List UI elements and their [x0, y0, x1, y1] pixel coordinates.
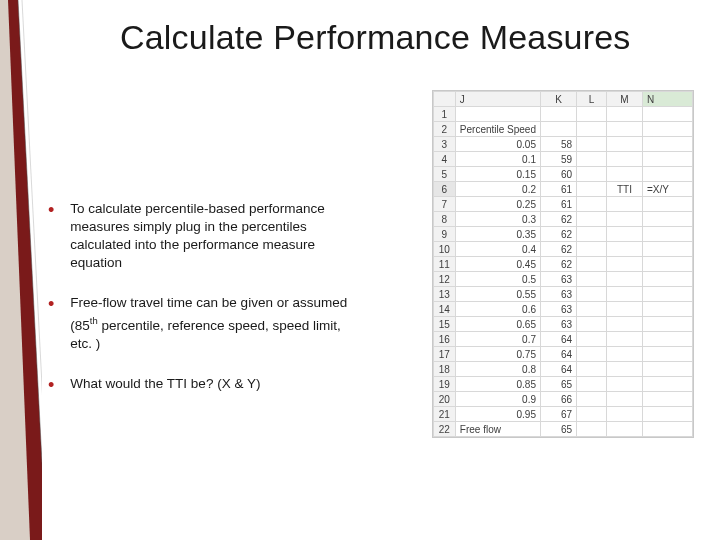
- cell: [607, 167, 643, 182]
- table-row: 22Free flow65: [433, 422, 692, 437]
- cell: 0.45: [455, 257, 540, 272]
- cell: [643, 212, 693, 227]
- table-row: 140.663: [433, 302, 692, 317]
- cell: [577, 302, 607, 317]
- cell: [607, 197, 643, 212]
- formula-cell: =X/Y: [643, 182, 693, 197]
- table-row: 40.159: [433, 152, 692, 167]
- cell: 0.75: [455, 347, 540, 362]
- col-header: M: [607, 92, 643, 107]
- cell: [643, 317, 693, 332]
- cell: [643, 407, 693, 422]
- cell: [643, 107, 693, 122]
- cell: [607, 317, 643, 332]
- cell: 64: [541, 347, 577, 362]
- cell: [643, 392, 693, 407]
- table-row: 60.261TTI=X/Y: [433, 182, 692, 197]
- cell: 0.55: [455, 287, 540, 302]
- bullet-text: To calculate percentile-based performanc…: [70, 200, 358, 272]
- row-header: 2: [433, 122, 455, 137]
- bullet-text: Free-flow travel time can be given or as…: [70, 294, 358, 353]
- cell: [577, 197, 607, 212]
- cell: [607, 392, 643, 407]
- spreadsheet-image: J K L M N 12Percentile Speed30.055840.15…: [432, 90, 694, 438]
- cell: 63: [541, 272, 577, 287]
- cell: [607, 152, 643, 167]
- cell: 0.15: [455, 167, 540, 182]
- cell: [643, 257, 693, 272]
- row-header: 20: [433, 392, 455, 407]
- row-header: 8: [433, 212, 455, 227]
- table-row: 100.462: [433, 242, 692, 257]
- cell: [607, 242, 643, 257]
- cell: Free flow: [455, 422, 540, 437]
- row-header: 13: [433, 287, 455, 302]
- bullet-icon: •: [48, 377, 54, 393]
- cell: [643, 272, 693, 287]
- cell: [577, 242, 607, 257]
- col-header: K: [541, 92, 577, 107]
- cell: 0.7: [455, 332, 540, 347]
- cell: [607, 272, 643, 287]
- cell: [607, 362, 643, 377]
- row-header: 12: [433, 272, 455, 287]
- cell: 58: [541, 137, 577, 152]
- cell: [607, 407, 643, 422]
- cell: 61: [541, 197, 577, 212]
- table-row: 2Percentile Speed: [433, 122, 692, 137]
- cell: [643, 242, 693, 257]
- column-header-row: J K L M N: [433, 92, 692, 107]
- cell: 62: [541, 257, 577, 272]
- cell: [577, 422, 607, 437]
- cell: 0.65: [455, 317, 540, 332]
- cell: [455, 107, 540, 122]
- cell: [607, 302, 643, 317]
- table-row: 1: [433, 107, 692, 122]
- cell: [577, 107, 607, 122]
- cell: 65: [541, 377, 577, 392]
- table-row: 160.764: [433, 332, 692, 347]
- cell: [607, 107, 643, 122]
- row-header: 16: [433, 332, 455, 347]
- cell: [541, 122, 577, 137]
- cell: [643, 422, 693, 437]
- bullet-item: • Free-flow travel time can be given or …: [48, 294, 358, 353]
- bullet-text: What would the TTI be? (X & Y): [70, 375, 358, 393]
- row-header: 5: [433, 167, 455, 182]
- cell: 64: [541, 332, 577, 347]
- row-header: 22: [433, 422, 455, 437]
- cell: 0.25: [455, 197, 540, 212]
- cell: 63: [541, 317, 577, 332]
- table-row: 30.0558: [433, 137, 692, 152]
- cell: [577, 407, 607, 422]
- bullet-item: • To calculate percentile-based performa…: [48, 200, 358, 272]
- cell: [577, 347, 607, 362]
- cell: [607, 227, 643, 242]
- cell: [607, 122, 643, 137]
- table-row: 90.3562: [433, 227, 692, 242]
- cell: [577, 152, 607, 167]
- bullet-icon: •: [48, 296, 54, 312]
- row-header: 15: [433, 317, 455, 332]
- cell: 64: [541, 362, 577, 377]
- cell: [607, 257, 643, 272]
- cell: 0.5: [455, 272, 540, 287]
- cell: [577, 167, 607, 182]
- cell: [577, 122, 607, 137]
- cell: [577, 377, 607, 392]
- cell: [643, 122, 693, 137]
- cell: 0.8: [455, 362, 540, 377]
- bullet-list: • To calculate percentile-based performa…: [48, 200, 358, 415]
- cell: 0.35: [455, 227, 540, 242]
- cell: [643, 152, 693, 167]
- row-header: 14: [433, 302, 455, 317]
- table-row: 200.966: [433, 392, 692, 407]
- cell: [643, 167, 693, 182]
- cell: [643, 227, 693, 242]
- cell: [577, 272, 607, 287]
- slide-title: Calculate Performance Measures: [120, 18, 631, 57]
- table-row: 190.8565: [433, 377, 692, 392]
- row-header: 4: [433, 152, 455, 167]
- row-header: 19: [433, 377, 455, 392]
- cell: 0.1: [455, 152, 540, 167]
